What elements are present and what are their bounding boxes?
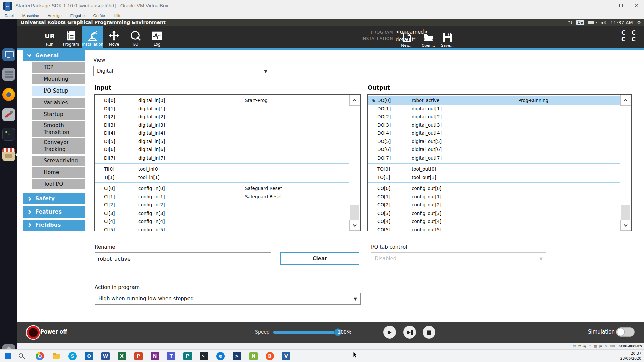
taskbar-brave-icon[interactable]: B xyxy=(262,351,278,361)
taskbar-teams-icon[interactable]: T xyxy=(163,351,179,361)
menu-eingabe[interactable]: Eingabe xyxy=(70,14,85,18)
io-row[interactable]: DI[3]digital_in[3] xyxy=(95,121,349,129)
sidebar-item-mounting[interactable]: Mounting xyxy=(32,74,85,85)
io-row[interactable]: DI[2]digital_in[2] xyxy=(95,113,349,121)
tab-run[interactable]: UR Run xyxy=(39,26,60,48)
sidebar-item-screwdriving[interactable]: Screwdriving xyxy=(32,156,85,166)
taskbar-powerpoint-icon[interactable]: P xyxy=(130,351,147,361)
io-row[interactable]: TI[1]tool_in[1] xyxy=(95,173,349,182)
sidebar-section-safety[interactable]: Safety xyxy=(23,193,85,204)
play-button[interactable]: ▶ xyxy=(383,326,396,339)
io-row[interactable]: DO[7]digital_out[7] xyxy=(368,154,620,162)
tab-program[interactable]: Program xyxy=(60,26,82,48)
optical-disc-icon[interactable]: ▦ xyxy=(594,344,597,348)
io-row[interactable]: TO[1]tool_out[1] xyxy=(368,173,620,182)
power-off-button[interactable] xyxy=(27,326,40,339)
taskbar-word-icon[interactable]: W xyxy=(97,351,114,361)
tools-icon[interactable] xyxy=(2,108,15,121)
io-row[interactable]: CO[5]config_out[5] xyxy=(368,226,620,231)
io-row[interactable]: DO[1]digital_out[1] xyxy=(368,105,620,113)
firefox-icon[interactable] xyxy=(2,88,15,101)
sidebar-section-fieldbus[interactable]: Fieldbus xyxy=(23,220,85,231)
sidebar-section-features[interactable]: Features xyxy=(23,206,85,218)
rename-input[interactable] xyxy=(95,252,271,265)
sidebar-item-home[interactable]: Home xyxy=(32,167,85,178)
settings-gear-icon[interactable]: ⚙ xyxy=(637,20,641,26)
io-row[interactable]: TI[0]tool_in[0] xyxy=(95,165,349,173)
io-row[interactable]: DI[7]digital_in[7] xyxy=(95,154,349,162)
taskbar-virtualbox-icon[interactable]: V xyxy=(278,351,294,361)
network-icon[interactable]: ⇄ xyxy=(578,344,581,348)
taskbar-onenote-icon[interactable]: N xyxy=(147,351,163,361)
start-button[interactable] xyxy=(5,353,11,359)
scrollbar-thumb[interactable] xyxy=(350,205,359,221)
scroll-up-button[interactable] xyxy=(620,95,631,106)
scroll-up-button[interactable] xyxy=(349,95,360,106)
taskbar-powershell-icon[interactable]: > xyxy=(229,351,245,361)
scroll-down-button[interactable] xyxy=(620,220,631,231)
io-row[interactable]: %DO[0]robot_activeProg-Running xyxy=(368,96,620,105)
speed-slider[interactable] xyxy=(273,331,335,334)
tab-move[interactable]: Move xyxy=(103,26,125,48)
io-row[interactable]: DO[5]digital_out[5] xyxy=(368,137,620,146)
io-row[interactable]: DO[3]digital_out[3] xyxy=(368,121,620,129)
harddisk-icon[interactable]: ⊙ xyxy=(588,344,591,348)
tab-log[interactable]: Log xyxy=(146,26,168,48)
io-row[interactable]: DO[4]digital_out[4] xyxy=(368,129,620,137)
sidebar-item-smooth-transition[interactable]: Smooth Transition xyxy=(32,121,85,137)
tab-installation[interactable]: Installation xyxy=(82,26,103,48)
taskbar-outlook-icon[interactable]: O xyxy=(81,351,97,361)
io-row[interactable]: CO[0]config_out[0] xyxy=(368,184,620,193)
input-scrollbar[interactable] xyxy=(349,95,360,231)
sidebar-item-conveyor-tracking[interactable]: Conveyor Tracking xyxy=(32,138,85,154)
io-row[interactable]: CI[3]config_in[3] xyxy=(95,209,349,218)
taskbar-skype-icon[interactable]: S xyxy=(64,351,81,361)
io-row[interactable]: CI[2]config_in[2] xyxy=(95,201,349,209)
taskbar-edge-icon[interactable]: e xyxy=(212,351,229,361)
menu-geräte[interactable]: Geräte xyxy=(93,14,105,18)
taskbar-notepad-plus-plus-icon[interactable]: N xyxy=(245,351,262,361)
menu-hilfe[interactable]: Hilfe xyxy=(114,14,121,18)
mouse-integration-icon[interactable]: ✎ xyxy=(604,344,607,348)
taskbar-excel-icon[interactable]: X xyxy=(114,351,130,361)
io-row[interactable]: CO[2]config_out[2] xyxy=(368,201,620,209)
scrollbar-thumb[interactable] xyxy=(621,205,630,221)
open-file-button[interactable]: Open... xyxy=(419,28,438,48)
io-row[interactable]: DI[1]digital_in[1] xyxy=(95,105,349,113)
ursim-icon[interactable] xyxy=(2,148,15,161)
sidebar-item-variables[interactable]: Variables xyxy=(32,98,85,108)
io-row[interactable]: CI[0]config_in[0]Safeguard Reset xyxy=(95,184,349,193)
minimize-button[interactable]: – xyxy=(598,0,613,11)
action-in-program-dropdown[interactable]: High when running-low when stopped ▼ xyxy=(95,293,361,305)
io-row[interactable]: CI[1]config_in[1]Safeguard Reset xyxy=(95,193,349,201)
output-scrollbar[interactable] xyxy=(620,95,631,231)
io-row[interactable]: CI[5]config_in[5] xyxy=(95,226,349,231)
sidebar-item-i-o-setup[interactable]: I/O Setup xyxy=(32,86,85,97)
sidebar-section-general[interactable]: General xyxy=(23,50,85,61)
view-dropdown[interactable]: Digital ▼ xyxy=(93,66,271,76)
maximize-button[interactable] xyxy=(613,0,629,11)
io-row[interactable]: CO[3]config_out[3] xyxy=(368,209,620,218)
close-button[interactable]: × xyxy=(629,0,644,11)
io-row[interactable]: DI[0]digital_in[0]Start-Prog xyxy=(95,96,349,105)
file-manager-icon[interactable] xyxy=(2,68,15,81)
keyboard-icon[interactable]: ⌨ xyxy=(610,344,615,348)
io-row[interactable]: DI[5]digital_in[5] xyxy=(95,137,349,146)
keyboard-layout-badge[interactable]: De xyxy=(576,20,584,25)
display-icon[interactable]: ▤ xyxy=(573,344,576,348)
new-file-button[interactable]: New... xyxy=(397,28,417,48)
io-tab-control-dropdown[interactable]: Disabled ▼ xyxy=(371,252,546,265)
io-row[interactable]: DO[6]digital_out[6] xyxy=(368,145,620,154)
clear-button[interactable]: Clear xyxy=(280,252,359,265)
save-file-button[interactable]: Save... xyxy=(438,28,457,48)
stop-button[interactable]: ■ xyxy=(423,326,435,339)
sidebar-item-tcp[interactable]: TCP xyxy=(32,62,85,73)
menu-datei[interactable]: Datei xyxy=(5,14,14,18)
taskbar-publisher-icon[interactable]: P xyxy=(179,351,196,361)
taskbar-file-explorer-icon[interactable] xyxy=(48,351,64,361)
shared-folder-icon[interactable]: ▣ xyxy=(599,344,602,348)
taskbar-search-icon[interactable] xyxy=(19,353,23,358)
sidebar-item-tool-i-o[interactable]: Tool I/O xyxy=(32,179,85,190)
virtualbox-manager-icon[interactable] xyxy=(2,48,15,61)
scroll-down-button[interactable] xyxy=(349,220,360,231)
